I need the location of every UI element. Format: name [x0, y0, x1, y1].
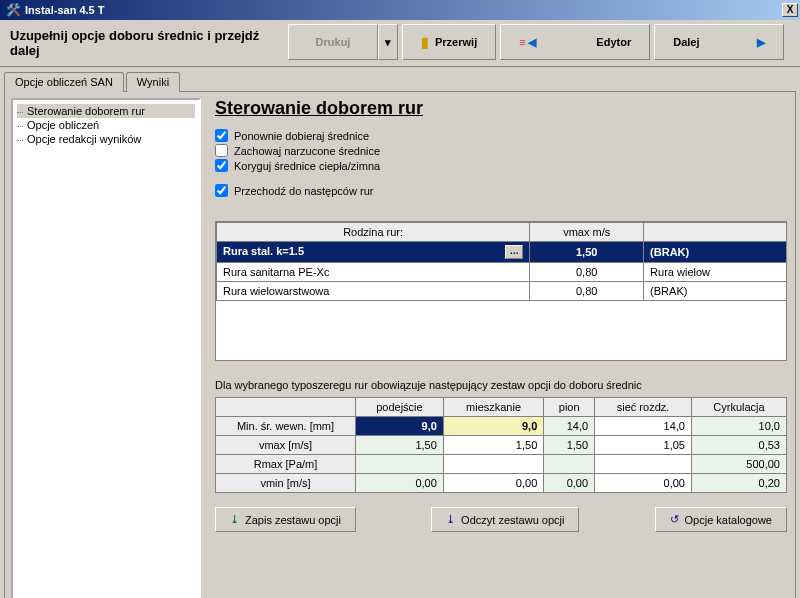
tree-item-sterowanie[interactable]: Sterowanie doborem rur [17, 104, 195, 118]
save-options-button[interactable]: ⤓ Zapis zestawu opcji [215, 507, 356, 532]
break-label: Przerwij [435, 36, 477, 48]
cell[interactable]: 1,50 [443, 436, 543, 455]
row-label: Min. śr. wewn. [mm] [216, 417, 356, 436]
cell[interactable]: 1,50 [544, 436, 595, 455]
chk-label: Przechodź do następców rur [234, 185, 373, 197]
cell[interactable]: 1,50 [356, 436, 444, 455]
chk-zachowaj[interactable]: Zachowaj narzucone średnice [215, 144, 787, 157]
tree-label: Sterowanie doborem rur [27, 105, 145, 117]
cell[interactable]: 0,00 [595, 474, 692, 493]
col-mieszkanie: mieszkanie [443, 398, 543, 417]
cell[interactable]: 0,00 [443, 474, 543, 493]
row-label: vmax [m/s] [216, 436, 356, 455]
cell[interactable]: 10,0 [691, 417, 786, 436]
editor-button[interactable]: ≡ ◀ Edytor [500, 24, 650, 60]
btn-label: Opcje katalogowe [685, 514, 772, 526]
chk-przechodz[interactable]: Przechodź do następców rur [215, 184, 787, 197]
cell[interactable] [595, 455, 692, 474]
save-icon: ⤓ [230, 513, 239, 526]
cell[interactable]: 0,20 [691, 474, 786, 493]
bottom-button-row: ⤓ Zapis zestawu opcji ⤓ Odczyt zestawu o… [215, 507, 787, 532]
chk-zachowaj-input[interactable] [215, 144, 228, 157]
chk-ponownie[interactable]: Ponownie dobieraj średnice [215, 129, 787, 142]
options-table[interactable]: podejście mieszkanie pion sieć rozdz. Cy… [215, 397, 787, 493]
btn-label: Odczyt zestawu opcji [461, 514, 564, 526]
table-row[interactable]: Rura wielowarstwowa 0,80 (BRAK) [217, 282, 787, 301]
table-row[interactable]: Rmax [Pa/m] 500,00 [216, 455, 787, 474]
table-row[interactable]: vmin [m/s] 0,00 0,00 0,00 0,00 0,20 [216, 474, 787, 493]
undo-icon: ↺ [670, 513, 679, 526]
load-options-button[interactable]: ⤓ Odczyt zestawu opcji [431, 507, 579, 532]
pipe-next: (BRAK) [644, 282, 786, 301]
tab-label: Wyniki [137, 76, 169, 88]
arrow-left-icon: ◀ [528, 36, 536, 49]
print-dropdown[interactable]: ▾ [378, 24, 398, 60]
editor-label: Edytor [596, 36, 631, 48]
window-title: Instal-san 4.5 T [25, 4, 782, 16]
table-row[interactable]: vmax [m/s] 1,50 1,50 1,50 1,05 0,53 [216, 436, 787, 455]
cell[interactable] [544, 455, 595, 474]
next-button[interactable]: Dalej ▶ [654, 24, 784, 60]
table-row[interactable]: Rura sanitarna PE-Xc 0,80 Rura wielow [217, 263, 787, 282]
tree-item-opcje-obliczen[interactable]: Opcje obliczeń [17, 118, 195, 132]
table-row[interactable]: Min. śr. wewn. [mm] 9,0 9,0 14,0 14,0 10… [216, 417, 787, 436]
col-spacer [216, 398, 356, 417]
chk-przechodz-input[interactable] [215, 184, 228, 197]
close-button[interactable]: X [782, 3, 798, 17]
col-next [644, 223, 786, 242]
tab-wyniki[interactable]: Wyniki [126, 72, 180, 92]
col-cyrkulacja: Cyrkulacja [691, 398, 786, 417]
next-label: Dalej [673, 36, 699, 48]
col-podejscie: podejście [356, 398, 444, 417]
pipe-next: Rura wielow [644, 263, 786, 282]
pipe-next: (BRAK) [644, 242, 786, 263]
main-content: Sterowanie doborem rur Ponownie dobieraj… [207, 92, 795, 598]
titlebar: 🛠️ Instal-san 4.5 T X [0, 0, 800, 20]
col-pion: pion [544, 398, 595, 417]
break-button[interactable]: ▮ Przerwij [402, 24, 496, 60]
table-header: Rodzina rur: vmax m/s [217, 223, 787, 242]
table-row[interactable]: Rura stal. k=1.5 … 1,50 (BRAK) [217, 242, 787, 263]
top-toolbar: Uzupełnij opcje doboru średnic i przejdź… [0, 20, 800, 67]
page-heading: Sterowanie doborem rur [215, 98, 787, 119]
print-button[interactable]: Drukuj [288, 24, 378, 60]
cell[interactable]: 500,00 [691, 455, 786, 474]
options-note: Dla wybranego typoszeregu rur obowiązuje… [215, 379, 787, 391]
cell[interactable]: 1,05 [595, 436, 692, 455]
tab-panel: Sterowanie doborem rur Opcje obliczeń Op… [4, 91, 796, 598]
catalog-options-button[interactable]: ↺ Opcje katalogowe [655, 507, 787, 532]
cell[interactable]: 0,00 [544, 474, 595, 493]
pipe-vmax: 1,50 [530, 242, 644, 263]
load-icon: ⤓ [446, 513, 455, 526]
chk-label: Koryguj średnice ciepła/zimna [234, 160, 380, 172]
pipe-family-table[interactable]: Rodzina rur: vmax m/s Rura stal. k=1.5 …… [216, 222, 786, 301]
chk-koryguj[interactable]: Koryguj średnice ciepła/zimna [215, 159, 787, 172]
tab-opcje-obliczen-san[interactable]: Opcje obliczeń SAN [4, 72, 124, 92]
editor-icon: ≡ [519, 36, 525, 48]
tab-label: Opcje obliczeń SAN [15, 76, 113, 88]
table-header: podejście mieszkanie pion sieć rozdz. Cy… [216, 398, 787, 417]
tabstrip: Opcje obliczeń SAN Wyniki [0, 67, 800, 91]
tree-item-opcje-redakcji[interactable]: Opcje redakcji wyników [17, 132, 195, 146]
ellipsis-button[interactable]: … [505, 245, 523, 259]
cell[interactable] [443, 455, 543, 474]
pipe-name: Rura stal. k=1.5 … [217, 242, 530, 263]
chk-ponownie-input[interactable] [215, 129, 228, 142]
cell[interactable]: 0,53 [691, 436, 786, 455]
print-label: Drukuj [316, 36, 351, 48]
tree-label: Opcje redakcji wyników [27, 133, 141, 145]
chk-label: Ponownie dobieraj średnice [234, 130, 369, 142]
cell[interactable]: 0,00 [356, 474, 444, 493]
cell[interactable] [356, 455, 444, 474]
cell[interactable]: 9,0 [356, 417, 444, 436]
chk-koryguj-input[interactable] [215, 159, 228, 172]
tree-label: Opcje obliczeń [27, 119, 99, 131]
cell[interactable]: 14,0 [595, 417, 692, 436]
row-label: Rmax [Pa/m] [216, 455, 356, 474]
pipe-vmax: 0,80 [530, 263, 644, 282]
cell[interactable]: 14,0 [544, 417, 595, 436]
pipe-name: Rura wielowarstwowa [217, 282, 530, 301]
row-label: vmin [m/s] [216, 474, 356, 493]
col-family: Rodzina rur: [217, 223, 530, 242]
cell[interactable]: 9,0 [443, 417, 543, 436]
